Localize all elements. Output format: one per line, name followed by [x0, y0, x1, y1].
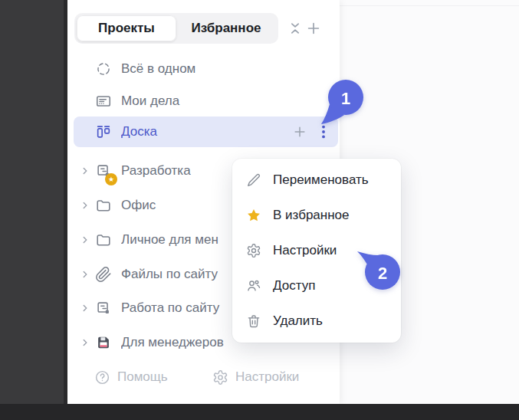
- floppy-disk-icon: [95, 334, 112, 351]
- dark-left-panel: [0, 0, 64, 404]
- tab-favorites[interactable]: Избранное: [176, 15, 276, 41]
- sidebar-tabs: Проекты Избранное: [74, 13, 278, 44]
- callout-number: 2: [378, 264, 387, 283]
- collapse-all-icon[interactable]: [287, 21, 303, 36]
- add-project-icon[interactable]: [305, 20, 322, 37]
- dark-bottom-panel: [0, 404, 519, 420]
- star-badge-icon: ★: [105, 173, 117, 185]
- help-label: Помощь: [117, 369, 168, 385]
- settings-label: Настройки: [235, 369, 299, 385]
- folder-icon: [95, 197, 112, 214]
- menu-item-favorite[interactable]: В избранное: [232, 198, 401, 233]
- chevron-right-icon[interactable]: [80, 269, 92, 280]
- sidebar-item-all-in-one[interactable]: Всё в одном: [74, 54, 338, 84]
- callout-step-2: 2: [351, 248, 402, 293]
- gear-icon: [246, 243, 261, 258]
- chevron-right-icon[interactable]: [80, 235, 92, 245]
- menu-item-label: Удалить: [273, 313, 323, 329]
- item-label: Мои дела: [121, 94, 333, 109]
- callout-number: 1: [341, 89, 350, 108]
- chevron-right-icon[interactable]: [80, 303, 92, 313]
- gantt-icon: [95, 300, 112, 317]
- app-window: Проекты Избранное Всё в одном: [0, 0, 519, 420]
- menu-item-label: Переименовать: [273, 172, 369, 188]
- star-icon: [246, 208, 261, 223]
- gear-icon: [212, 369, 228, 386]
- chevron-right-icon[interactable]: [80, 200, 92, 211]
- pencil-icon: [246, 172, 261, 188]
- content-divider: [340, 5, 519, 6]
- sidebar-item-my-tasks[interactable]: Мои дела: [74, 86, 338, 116]
- board-icon: [95, 123, 112, 140]
- menu-item-label: Настройки: [273, 243, 337, 258]
- menu-item-label: В избранное: [273, 208, 350, 223]
- menu-item-label: Доступ: [273, 278, 315, 294]
- chevron-right-icon[interactable]: [80, 337, 92, 348]
- callout-step-1: 1: [317, 74, 366, 127]
- item-label: Всё в одном: [121, 61, 333, 77]
- settings-button[interactable]: Настройки: [212, 366, 299, 388]
- help-button[interactable]: Помощь: [94, 366, 168, 388]
- all-in-one-icon: [95, 61, 112, 77]
- paperclip-icon: [95, 266, 112, 283]
- users-icon: [246, 278, 261, 294]
- question-circle-icon: [94, 369, 110, 386]
- menu-item-delete[interactable]: Удалить: [232, 304, 401, 339]
- tab-projects[interactable]: Проекты: [77, 15, 176, 41]
- folder-icon: [95, 231, 112, 248]
- chevron-right-icon[interactable]: [80, 166, 92, 176]
- my-tasks-icon: [95, 93, 112, 110]
- item-label: Доска: [121, 124, 292, 139]
- trash-icon: [246, 313, 261, 329]
- sidebar-item-board[interactable]: Доска: [74, 116, 338, 147]
- menu-item-rename[interactable]: Переименовать: [232, 162, 401, 198]
- gantt-icon: ★: [95, 162, 112, 179]
- add-in-board-icon[interactable]: [292, 124, 307, 139]
